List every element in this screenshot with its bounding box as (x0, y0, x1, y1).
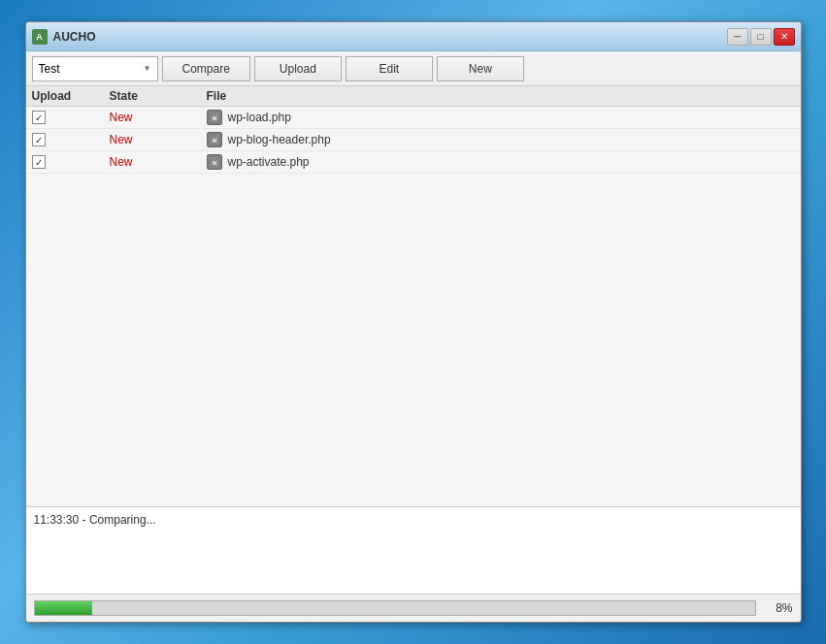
header-upload: Upload (32, 89, 110, 103)
table-row: ✓ New W wp-activate.php (26, 151, 801, 174)
file-cell: W wp-load.php (207, 110, 795, 125)
app-icon: A (32, 29, 48, 45)
progress-bar-fill (35, 601, 92, 615)
table-row: ✓ New W wp-load.php (26, 107, 801, 129)
file-cell: W wp-activate.php (207, 154, 795, 170)
upload-checkbox[interactable]: ✓ (32, 111, 46, 124)
dropdown-value: Test (39, 62, 60, 76)
edit-button[interactable]: Edit (346, 56, 433, 81)
main-window: A AUCHO ─ □ ✕ Test ▼ Compare Upload Edit… (25, 21, 802, 623)
check-cell: ✓ (32, 111, 110, 124)
svg-text:W: W (212, 160, 216, 166)
compare-button[interactable]: Compare (162, 56, 250, 81)
toolbar: Test ▼ Compare Upload Edit New (26, 51, 801, 86)
maximize-button[interactable]: □ (750, 28, 772, 46)
header-file: File (207, 89, 795, 103)
log-area: 11:33:30 - Comparing... (26, 507, 801, 595)
window-title: AUCHO (53, 30, 96, 44)
header-state: State (110, 89, 207, 103)
file-list-header: Upload State File (26, 86, 801, 107)
new-button[interactable]: New (437, 56, 524, 81)
file-name: wp-blog-header.php (228, 133, 331, 146)
file-cell: W wp-blog-header.php (207, 132, 795, 147)
svg-text:W: W (212, 138, 216, 144)
check-cell: ✓ (32, 155, 110, 169)
upload-checkbox[interactable]: ✓ (32, 155, 46, 169)
state-cell: New (110, 111, 207, 124)
file-icon: W (207, 132, 222, 147)
file-name: wp-activate.php (228, 155, 310, 169)
file-list-body: ✓ New W wp-load.php ✓ New W wp-blog (26, 107, 801, 506)
table-row: ✓ New W wp-blog-header.php (26, 129, 801, 151)
file-list-area: Upload State File ✓ New W wp-load.php ✓ … (26, 86, 801, 507)
minimize-button[interactable]: ─ (727, 28, 748, 46)
environment-dropdown[interactable]: Test ▼ (32, 56, 158, 81)
svg-text:W: W (212, 115, 216, 121)
progress-bar-container (34, 600, 756, 616)
file-icon: W (207, 154, 222, 170)
close-button[interactable]: ✕ (774, 28, 795, 46)
file-icon: W (207, 110, 222, 125)
upload-checkbox[interactable]: ✓ (32, 133, 46, 146)
file-name: wp-load.php (228, 111, 291, 124)
title-controls: ─ □ ✕ (727, 28, 795, 46)
chevron-down-icon: ▼ (144, 64, 151, 73)
progress-area: 8% (26, 595, 801, 622)
progress-label: 8% (764, 601, 793, 615)
state-cell: New (110, 133, 207, 146)
log-message: 11:33:30 - Comparing... (34, 513, 156, 527)
state-cell: New (110, 155, 207, 169)
title-bar: A AUCHO ─ □ ✕ (26, 22, 801, 51)
title-bar-left: A AUCHO (32, 29, 96, 45)
upload-button[interactable]: Upload (254, 56, 342, 81)
check-cell: ✓ (32, 133, 110, 146)
